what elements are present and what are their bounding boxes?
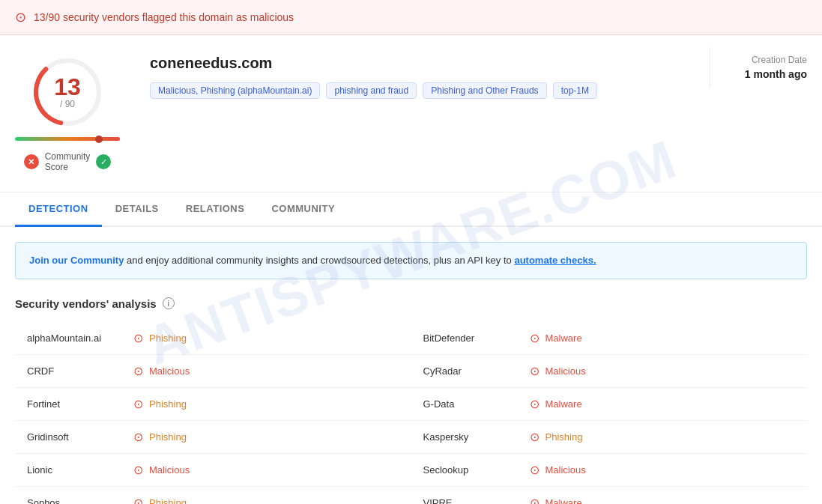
score-denominator: / 90 (54, 99, 81, 109)
vendor-name: BitDefender (423, 333, 521, 344)
vendor-status-label: Malware (546, 398, 582, 410)
main-content: Join our Community and enjoy additional … (0, 227, 822, 504)
tabs-bar: DETECTION DETAILS RELATIONS COMMUNITY (0, 192, 822, 227)
vendor-status-label: Phishing (149, 398, 187, 410)
vendor-status-label: Malicious (149, 464, 190, 476)
vendors-section-title: Security vendors' analysis i (15, 297, 807, 310)
score-area: 13 / 90 ✕ CommunityScore ✓ (15, 47, 135, 180)
score-x-icon: ✕ (24, 154, 39, 169)
join-community-link[interactable]: Join our Community (29, 255, 124, 266)
domain-info: coneneedus.com Malicious, Phishing (alph… (135, 47, 710, 106)
alert-text: 13/90 security vendors flagged this doma… (34, 11, 294, 23)
vendor-status-label: Phishing (149, 431, 187, 443)
domain-name: coneneedus.com (150, 55, 695, 72)
vendor-status-label: Malware (546, 333, 582, 344)
vendor-row: alphaMountain.ai ⊙ Phishing (15, 322, 411, 355)
threat-icon: ⊙ (133, 331, 143, 345)
vendors-grid: alphaMountain.ai ⊙ Phishing BitDefender … (15, 322, 807, 505)
tab-community[interactable]: COMMUNITY (258, 192, 348, 227)
vendor-row: CRDF ⊙ Malicious (15, 355, 411, 388)
automate-checks-link[interactable]: automate checks. (514, 255, 596, 266)
vendor-status: ⊙ Phishing (530, 430, 583, 444)
vendor-name: Gridinsoft (27, 431, 124, 443)
vendor-row: Sophos ⊙ Phishing (15, 487, 411, 505)
creation-date-value: 1 month ago (725, 68, 807, 80)
vendor-name: CyRadar (423, 365, 521, 377)
creation-date-label: Creation Date (725, 55, 807, 65)
threat-icon: ⊙ (530, 397, 540, 411)
vendor-status: ⊙ Malware (530, 397, 582, 411)
vendor-status: ⊙ Phishing (133, 430, 187, 444)
vendor-status-label: Phishing (546, 431, 583, 443)
score-circle: 13 / 90 (30, 55, 105, 130)
threat-icon: ⊙ (530, 463, 540, 477)
vendor-name: Kaspersky (423, 431, 521, 443)
vendor-row: BitDefender ⊙ Malware (411, 322, 808, 355)
join-banner-middle: and enjoy additional community insights … (124, 255, 514, 266)
vendor-row: VIPRE ⊙ Malware (411, 487, 808, 505)
vendor-status-label: Phishing (149, 497, 187, 505)
threat-icon: ⊙ (133, 397, 143, 411)
vendor-status-label: Malicious (149, 365, 190, 377)
vendor-status-label: Phishing (149, 333, 187, 344)
score-check-icon: ✓ (96, 154, 111, 169)
tag-3[interactable]: top-1M (553, 82, 597, 99)
vendor-name: Fortinet (27, 398, 124, 410)
vendor-status: ⊙ Malicious (530, 364, 586, 378)
vendor-name: G-Data (423, 398, 521, 410)
alert-bar: ⊙ 13/90 security vendors flagged this do… (0, 0, 822, 35)
vendor-name: Seclookup (423, 464, 521, 476)
vendor-status: ⊙ Malware (530, 331, 582, 345)
vendor-status: ⊙ Malware (530, 496, 582, 505)
threat-icon: ⊙ (133, 463, 143, 477)
vendor-name: CRDF (27, 365, 124, 377)
tab-relations[interactable]: RELATIONS (172, 192, 259, 227)
threat-icon: ⊙ (530, 496, 540, 505)
vendor-status: ⊙ Malicious (530, 463, 586, 477)
tab-details[interactable]: DETAILS (102, 192, 172, 227)
vendor-row: Lionic ⊙ Malicious (15, 454, 411, 487)
info-icon[interactable]: i (163, 297, 175, 309)
creation-date: Creation Date 1 month ago (710, 47, 807, 88)
tag-0[interactable]: Malicious, Phishing (alphaMountain.ai) (150, 82, 320, 99)
vendor-status: ⊙ Malicious (133, 364, 190, 378)
threat-icon: ⊙ (133, 496, 143, 505)
vendor-row: G-Data ⊙ Malware (411, 388, 808, 421)
vendor-status-label: Malicious (546, 464, 586, 476)
threat-icon: ⊙ (530, 331, 540, 345)
score-bar (15, 137, 120, 141)
vendor-row: Kaspersky ⊙ Phishing (411, 421, 808, 454)
vendors-title-text: Security vendors' analysis (15, 297, 157, 310)
vendor-status: ⊙ Malicious (133, 463, 190, 477)
vendor-name: Lionic (27, 464, 124, 476)
community-score-text: CommunityScore (45, 151, 91, 172)
join-banner: Join our Community and enjoy additional … (15, 242, 807, 279)
threat-icon: ⊙ (530, 430, 540, 444)
community-score-label: ✕ CommunityScore ✓ (24, 151, 112, 172)
tag-1[interactable]: phishing and fraud (326, 82, 417, 99)
threat-icon: ⊙ (133, 430, 143, 444)
alert-icon: ⊙ (15, 9, 26, 25)
vendor-row: Gridinsoft ⊙ Phishing (15, 421, 411, 454)
tag-2[interactable]: Phishing and Other Frauds (423, 82, 546, 99)
score-number: 13 (54, 75, 81, 99)
header-section: 13 / 90 ✕ CommunityScore ✓ coneneedus.co… (0, 35, 822, 192)
vendor-status-label: Malware (546, 497, 582, 505)
tags-row: Malicious, Phishing (alphaMountain.ai) p… (150, 82, 695, 99)
vendor-status: ⊙ Phishing (133, 496, 187, 505)
vendor-status: ⊙ Phishing (133, 397, 187, 411)
threat-icon: ⊙ (530, 364, 540, 378)
vendor-name: VIPRE (423, 497, 521, 505)
vendor-row: Seclookup ⊙ Malicious (411, 454, 808, 487)
threat-icon: ⊙ (133, 364, 143, 378)
vendor-name: alphaMountain.ai (27, 333, 124, 344)
vendor-name: Sophos (27, 497, 124, 505)
tab-detection[interactable]: DETECTION (15, 192, 102, 227)
vendor-status: ⊙ Phishing (133, 331, 187, 345)
vendor-status-label: Malicious (546, 365, 586, 377)
vendor-row: Fortinet ⊙ Phishing (15, 388, 411, 421)
vendor-row: CyRadar ⊙ Malicious (411, 355, 808, 388)
